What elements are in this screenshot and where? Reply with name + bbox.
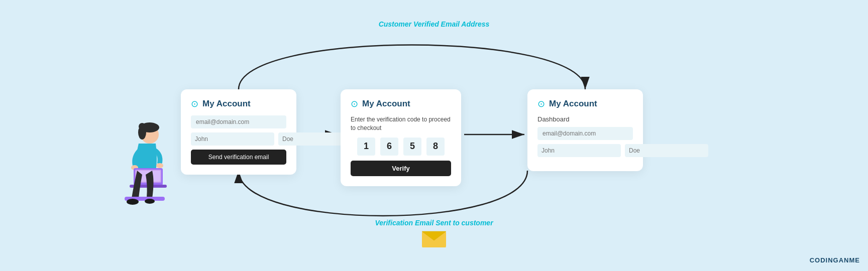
email-envelope: [422, 229, 446, 252]
otp-digit-2[interactable]: 6: [380, 138, 398, 156]
otp-row: 1 6 5 8: [351, 138, 451, 156]
card-2-subtitle: Enter the verification code to proceed t…: [351, 115, 451, 132]
svg-point-16: [127, 199, 139, 205]
person-illustration: [110, 115, 175, 216]
otp-digit-4[interactable]: 8: [426, 138, 445, 156]
name-row-1: [191, 132, 286, 146]
account-icon-1: ⊙: [191, 98, 198, 109]
send-verification-button[interactable]: Send verification email: [191, 150, 286, 165]
card-3: ⊙ My Account Dashboard: [527, 89, 643, 171]
card-2-header: ⊙ My Account: [351, 98, 451, 109]
svg-point-8: [139, 123, 146, 130]
card-2-title: My Account: [362, 99, 410, 109]
otp-digit-3[interactable]: 5: [403, 138, 421, 156]
card-1-title: My Account: [202, 99, 251, 109]
email-field-3[interactable]: [537, 127, 633, 140]
svg-point-17: [145, 199, 155, 204]
verify-button[interactable]: Verify: [351, 161, 451, 176]
card-2: ⊙ My Account Enter the verification code…: [341, 89, 461, 186]
top-arrow-label: Customer Verified Email Address: [379, 20, 490, 28]
scene: Customer Verified Email Address Verifica…: [0, 0, 868, 271]
svg-point-10: [156, 163, 163, 168]
account-icon-3: ⊙: [537, 98, 545, 109]
last-name-field-3[interactable]: [625, 144, 708, 157]
first-name-field-3[interactable]: [537, 144, 621, 157]
card-1-header: ⊙ My Account: [191, 98, 286, 109]
card-3-title: My Account: [549, 99, 597, 109]
dashboard-label: Dashboard: [537, 115, 633, 123]
card-3-header: ⊙ My Account: [537, 98, 633, 109]
email-field-1[interactable]: [191, 115, 286, 128]
first-name-field-1[interactable]: [191, 132, 274, 146]
bottom-arrow-label: Verification Email Sent to customer: [375, 219, 493, 227]
card-1: ⊙ My Account Send verification email: [181, 89, 296, 175]
account-icon-2: ⊙: [351, 98, 358, 109]
name-row-3: [537, 144, 633, 157]
otp-digit-1[interactable]: 1: [357, 138, 375, 156]
watermark: CODINGANME: [810, 256, 860, 264]
